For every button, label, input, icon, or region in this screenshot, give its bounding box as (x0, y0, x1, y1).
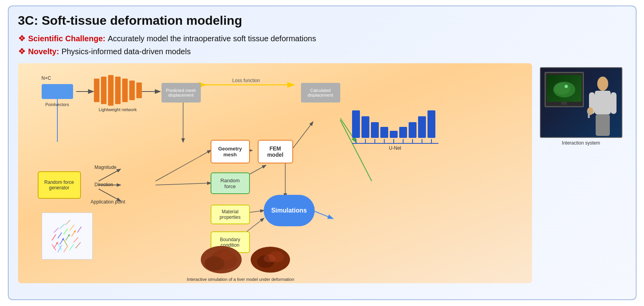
bullet-1: ❖ Scientific Challenge: Accurately model… (18, 32, 626, 45)
diagram-main: Loss function (18, 63, 532, 283)
svg-text:Loss function: Loss function (232, 78, 260, 83)
input-label: N×C (42, 75, 51, 81)
fem-label: FEM model (267, 145, 283, 158)
person-area (587, 76, 618, 137)
simulations-oval: Simulations (264, 195, 315, 226)
geo-mesh-box: Geometry mesh (211, 140, 250, 163)
svg-line-37 (54, 228, 59, 233)
bullets-section: ❖ Scientific Challenge: Accurately model… (18, 32, 626, 58)
svg-line-31 (70, 244, 73, 250)
svg-rect-55 (588, 110, 590, 118)
bullet-text-2: Physics-informed data-driven models (61, 46, 191, 57)
bullet-text-1: Accurately model the intraoperative soft… (108, 33, 316, 44)
diagram-right: Interaction system (536, 63, 626, 283)
svg-point-50 (597, 77, 608, 91)
svg-line-9 (313, 211, 332, 218)
monitor-stand (561, 102, 567, 105)
photo-inner (541, 68, 622, 137)
calculated-label: Calculated displacement (308, 88, 333, 97)
network-label: Lightweight network (94, 107, 142, 112)
magnitude-label: Magnitude (95, 165, 117, 170)
svg-line-13 (156, 150, 211, 181)
svg-line-27 (64, 240, 68, 246)
random-force-box: Random force (211, 172, 250, 194)
rfgen-label: Random force generator (44, 180, 74, 191)
predicted-box: Predicted mesh displacement (161, 83, 201, 103)
input-sublabel: Pointvectors (45, 102, 69, 107)
bullet-label-1: Scientific Challenge: (28, 33, 106, 44)
fem-box: FEM model (258, 140, 293, 163)
svg-line-22 (66, 235, 70, 240)
svg-line-28 (73, 237, 78, 242)
liver-img-2 (248, 242, 293, 275)
svg-line-39 (66, 220, 70, 225)
unet-diagram: U-Net (352, 110, 439, 151)
svg-line-30 (64, 246, 68, 252)
svg-line-7 (291, 122, 313, 150)
apppoint-label: Application point (91, 199, 125, 205)
svg-point-49 (565, 85, 568, 88)
svg-line-35 (64, 229, 68, 235)
material-props-label: Material properties (220, 209, 240, 220)
svg-line-23 (72, 231, 75, 236)
svg-point-46 (264, 255, 275, 262)
monitor (545, 72, 584, 107)
svg-line-20 (54, 242, 58, 248)
bullet-diamond-2: ❖ (18, 45, 26, 58)
monitor-screen (547, 75, 582, 102)
slide-container: 3C: Soft-tissue deformation modeling ❖ S… (8, 5, 637, 300)
material-props-box: Material properties (211, 205, 250, 224)
geo-mesh-label: Geometry mesh (218, 146, 242, 158)
bullet-diamond-1: ❖ (18, 32, 26, 45)
rfgen-box: Random force generator (38, 171, 81, 199)
svg-line-33 (52, 235, 56, 240)
svg-point-48 (554, 83, 570, 95)
svg-line-10 (99, 169, 120, 181)
bullet-label-2: Novelty: (28, 46, 59, 57)
input-rect: N×C Pointvectors (42, 84, 73, 99)
svg-rect-51 (595, 91, 611, 114)
bullet-2: ❖ Novelty: Physics-informed data-driven … (18, 45, 626, 58)
svg-line-21 (60, 238, 64, 244)
liver-images (199, 242, 293, 275)
direction-label: Direction (95, 182, 113, 187)
nn-icon: Lightweight network (94, 75, 142, 112)
svg-line-34 (58, 233, 62, 238)
interaction-label: Interaction system (562, 140, 600, 146)
svg-line-14 (156, 183, 211, 185)
svg-line-32 (75, 242, 81, 248)
liver-img-1 (199, 242, 244, 275)
liver-caption: Interactive simulation of a liver model … (187, 277, 294, 282)
random-force-label: Random force (220, 178, 240, 189)
svg-line-38 (60, 224, 65, 229)
simulations-label: Simulations (271, 207, 307, 214)
calculated-box: Calculated displacement (301, 83, 340, 103)
scatter-plot (42, 213, 93, 260)
svg-line-25 (52, 244, 56, 250)
unet-label: U-Net (352, 145, 439, 151)
svg-line-24 (77, 227, 81, 233)
interaction-photo (540, 67, 622, 138)
svg-rect-53 (611, 92, 616, 114)
svg-rect-56 (596, 114, 610, 136)
diagram-area: Loss function (18, 63, 626, 283)
svg-line-36 (70, 225, 74, 231)
predicted-label: Predicted mesh displacement (166, 88, 196, 97)
slide-title: 3C: Soft-tissue deformation modeling (18, 13, 626, 28)
